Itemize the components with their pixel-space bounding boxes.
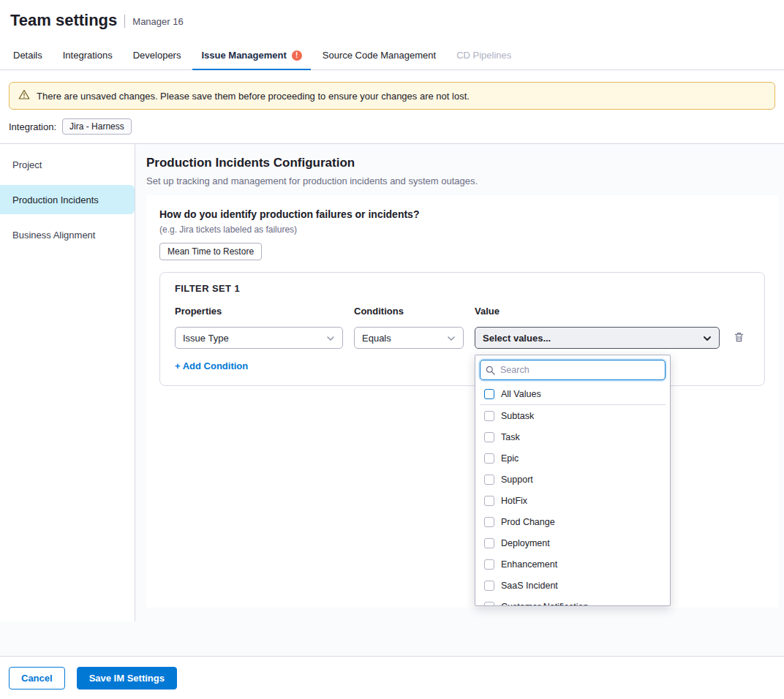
tab-source-code-management[interactable]: Source Code Management	[312, 41, 446, 69]
chevron-down-icon	[703, 333, 712, 344]
sidebar-item-business-alignment-label: Business Alignment	[12, 230, 95, 241]
option-label: Epic	[501, 453, 519, 464]
filter-columns-header: Properties Conditions Value	[175, 306, 750, 317]
option-checkbox[interactable]	[484, 496, 494, 506]
value-select-cell: Select values...	[475, 327, 720, 349]
option-checkbox[interactable]	[484, 517, 494, 527]
option-label: HotFix	[501, 496, 527, 506]
dropdown-search	[480, 360, 666, 380]
tab-details-label: Details	[13, 50, 42, 61]
integration-chip[interactable]: Jira - Harness	[62, 118, 132, 135]
filter-row: Issue Type Equals Select values...	[175, 327, 750, 349]
integration-row: Integration: Jira - Harness	[0, 117, 784, 143]
footer-bar: Cancel Save IM Settings	[0, 656, 784, 699]
option-checkbox[interactable]	[484, 581, 494, 591]
all-values-label: All Values	[501, 389, 541, 399]
sidebar-item-production-incidents-label: Production Incidents	[12, 194, 99, 205]
option-prod-change[interactable]: Prod Change	[480, 511, 666, 532]
tab-cd-pipelines: CD Pipelines	[446, 41, 521, 69]
tab-details[interactable]: Details	[3, 41, 53, 69]
header: Team settings Manager 16	[0, 0, 784, 41]
filter-set-title: FILTER SET 1	[175, 283, 750, 294]
option-label: Subtask	[501, 411, 534, 421]
chevron-down-icon	[326, 333, 335, 344]
settings-sidebar: Project Production Incidents Business Al…	[0, 144, 135, 621]
search-input[interactable]	[480, 360, 666, 380]
tab-bar: Details Integrations Developers Issue Ma…	[0, 41, 784, 70]
option-label: Prod Change	[501, 517, 555, 527]
option-saas-incident[interactable]: SaaS Incident	[480, 575, 666, 596]
sidebar-item-business-alignment[interactable]: Business Alignment	[0, 220, 135, 249]
team-name: Manager 16	[132, 16, 183, 27]
tab-issue-management[interactable]: Issue Management !	[191, 41, 312, 69]
tab-cd-pipelines-label: CD Pipelines	[456, 50, 511, 61]
column-header-conditions: Conditions	[354, 306, 464, 317]
option-checkbox[interactable]	[484, 453, 494, 464]
tab-developers-label: Developers	[133, 50, 181, 61]
option-support[interactable]: Support	[480, 469, 666, 490]
option-checkbox[interactable]	[484, 432, 494, 442]
metric-chip-mean-time-to-restore[interactable]: Mean Time to Restore	[159, 243, 262, 260]
content-area: Project Production Incidents Business Al…	[0, 143, 784, 656]
filter-set-1: FILTER SET 1 Properties Conditions Value…	[159, 272, 765, 386]
option-hotfix[interactable]: HotFix	[480, 490, 666, 511]
option-subtask[interactable]: Subtask	[480, 405, 666, 426]
value-dropdown-panel: All Values Subtask Task Epic Support Hot…	[475, 355, 671, 606]
option-label: Enhancement	[501, 559, 557, 570]
option-task[interactable]: Task	[480, 426, 666, 447]
option-label: Support	[501, 475, 533, 485]
delete-filter-row-button[interactable]	[731, 328, 747, 348]
main-panel: Production Incidents Configuration Set u…	[135, 144, 784, 656]
tab-developers[interactable]: Developers	[123, 41, 192, 69]
option-label: Deployment	[501, 538, 550, 548]
option-checkbox[interactable]	[484, 475, 494, 485]
team-settings-page: Team settings Manager 16 Details Integra…	[0, 0, 784, 699]
unsaved-changes-text: There are unsaved changes. Please save t…	[37, 91, 470, 102]
chevron-down-icon	[447, 333, 456, 344]
sidebar-item-project-label: Project	[12, 159, 42, 170]
unsaved-changes-banner: There are unsaved changes. Please save t…	[9, 82, 775, 110]
integration-label: Integration:	[9, 121, 56, 132]
option-checkbox[interactable]	[484, 411, 494, 421]
add-condition-button[interactable]: + Add Condition	[175, 360, 248, 371]
trash-icon	[734, 331, 745, 345]
all-values-checkbox[interactable]	[484, 389, 494, 399]
save-im-settings-button[interactable]: Save IM Settings	[77, 667, 177, 689]
section-title: Production Incidents Configuration	[146, 156, 778, 170]
option-epic[interactable]: Epic	[480, 447, 666, 469]
tab-source-code-management-label: Source Code Management	[323, 50, 436, 61]
option-checkbox[interactable]	[484, 538, 494, 548]
tab-issue-management-label: Issue Management	[201, 50, 286, 61]
option-label: SaaS Incident	[501, 581, 558, 591]
sidebar-item-production-incidents[interactable]: Production Incidents	[0, 185, 135, 214]
option-all-values[interactable]: All Values	[480, 383, 666, 405]
title-divider	[124, 15, 125, 28]
sidebar-item-project[interactable]: Project	[0, 150, 135, 179]
warning-triangle-icon	[18, 89, 30, 102]
page-title: Team settings	[10, 11, 117, 30]
property-select-value: Issue Type	[183, 333, 229, 344]
option-checkbox[interactable]	[484, 559, 494, 570]
incidents-config-card: How do you identify production failures …	[146, 195, 778, 608]
condition-select[interactable]: Equals	[354, 327, 464, 349]
tab-integrations[interactable]: Integrations	[53, 41, 123, 69]
option-label: Task	[501, 432, 520, 442]
column-header-properties: Properties	[175, 306, 343, 317]
property-select[interactable]: Issue Type	[175, 327, 343, 349]
option-enhancement[interactable]: Enhancement	[480, 553, 666, 575]
option-label: Customer Notification	[501, 602, 589, 607]
option-deployment[interactable]: Deployment	[480, 532, 666, 553]
question-hint: (e.g. Jira tickets labeled as failures)	[159, 224, 765, 235]
question-heading: How do you identify production failures …	[159, 208, 765, 220]
cancel-button[interactable]: Cancel	[9, 667, 65, 689]
value-multiselect[interactable]: Select values...	[475, 327, 720, 349]
unsaved-changes-badge-icon: !	[292, 50, 302, 61]
value-multiselect-placeholder: Select values...	[483, 333, 551, 344]
tab-integrations-label: Integrations	[63, 50, 113, 61]
search-icon	[486, 365, 495, 378]
option-checkbox[interactable]	[484, 602, 494, 607]
column-header-value: Value	[475, 306, 720, 317]
condition-select-value: Equals	[362, 333, 391, 344]
option-customer-notification[interactable]: Customer Notification	[480, 596, 666, 606]
section-subtitle: Set up tracking and management for produ…	[146, 175, 778, 186]
